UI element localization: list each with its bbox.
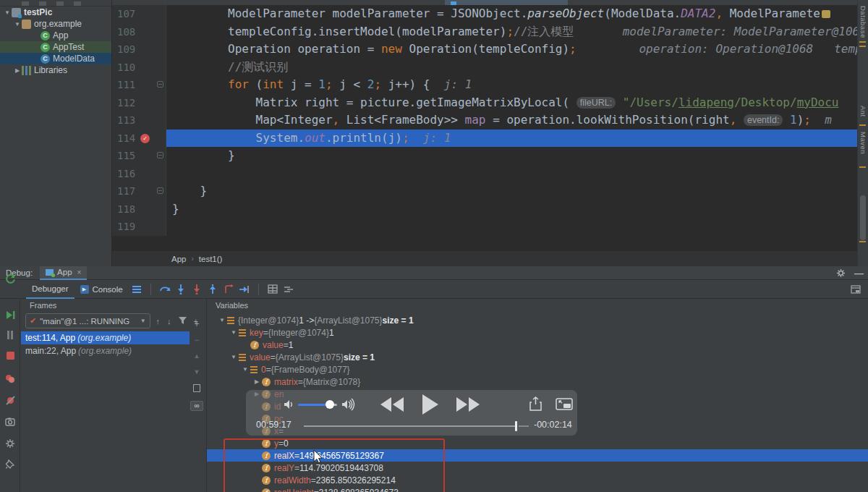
step-out-icon[interactable] [205,282,221,297]
remove-watch-icon[interactable]: − [194,336,199,344]
tree-item-org-example[interactable]: ▼org.example [0,18,111,30]
code-line-108[interactable]: 108 templeConfig.insertModel(modelParame… [112,23,857,41]
thread-dump-icon[interactable] [2,415,18,429]
move-down-icon[interactable]: ▼ [194,368,200,376]
gear-icon[interactable] [836,268,846,278]
error-stripe-mark[interactable] [859,166,866,168]
code-area[interactable]: 107 ModelParameter modelParameter = JSON… [112,5,857,251]
folded-code-icon[interactable] [822,10,830,18]
toolwindow-button-maven[interactable]: Maven [859,132,867,154]
view-as-table-icon[interactable] [265,282,281,297]
volume-low-icon[interactable] [284,399,295,410]
tree-item-testpic[interactable]: ▼testPic [0,7,111,18]
line-number[interactable]: 111 [112,76,166,94]
code-text[interactable]: } [166,200,857,219]
variable-row[interactable]: ▼0 = {FrameBody@1077} [207,363,868,376]
tree-arrow-icon[interactable]: ▼ [229,329,239,336]
breakpoint-icon[interactable]: ✓ [140,134,150,143]
line-number[interactable]: 117 [112,182,166,200]
close-icon[interactable]: × [77,268,82,276]
code-text[interactable]: } [166,182,857,200]
editor-tab-selected[interactable] [445,0,568,5]
line-number[interactable]: 116 [112,165,166,183]
restore-layout-icon[interactable] [129,282,145,297]
code-line-119[interactable]: 119 [112,218,857,236]
line-number[interactable]: 119 [112,218,166,236]
share-icon[interactable] [529,396,542,411]
variable-row[interactable]: ▼key = {Integer@1074} 1 [207,326,868,339]
show-watches-icon[interactable]: ∞ [190,401,203,411]
line-number[interactable]: 113 [112,111,166,130]
toolwindow-button-ant[interactable]: Ant [859,106,867,117]
pin-icon[interactable] [2,457,18,471]
variable-row[interactable]: fvalue = 1 [207,339,868,351]
debug-tab-app[interactable]: App × [40,266,87,280]
editor-tab-bar[interactable] [112,0,868,5]
code-text[interactable]: //测试识别 [166,59,857,77]
code-line-116[interactable]: 116 [112,165,857,183]
code-text[interactable]: System.out.println(j); j: 1 [166,130,857,148]
rerun-icon[interactable] [2,271,18,286]
code-text[interactable]: Matrix right = picture.getImageMatrixByL… [166,94,857,112]
variable-row[interactable]: ▼{Integer@1074} 1 -> {ArrayList@1075} si… [207,314,868,326]
volume-high-icon[interactable] [341,397,357,412]
tree-arrow-icon[interactable]: ▼ [240,366,250,373]
player-scrubber[interactable] [515,421,517,431]
frame-down-icon[interactable]: ↓ [167,317,171,326]
mute-breakpoints-icon[interactable] [2,393,18,407]
view-breakpoints-icon[interactable] [2,371,18,386]
code-text[interactable] [166,218,857,236]
thread-selector[interactable]: ✔ "main"@1 ...: RUNNING ▼ [25,313,150,328]
settings-gear-icon[interactable] [2,436,18,451]
code-line-117[interactable]: 117 } [112,182,857,200]
variable-row[interactable]: frealX = 149.64565765129367 [207,449,868,462]
picture-in-picture-icon[interactable] [556,398,573,410]
tree-item-libraries[interactable]: ▶Libraries [0,64,111,76]
volume-knob[interactable] [326,400,334,409]
error-stripe-mark[interactable] [859,46,866,47]
error-stripe-mark[interactable] [859,41,866,43]
breadcrumb-item[interactable]: App [171,255,186,263]
code-text[interactable]: Operation operation = new Operation(temp… [166,41,857,59]
code-text[interactable]: for (int j = 1; j < 2; j++) { j: 1 [166,76,857,94]
code-text[interactable]: templeConfig.insertModel(modelParameter)… [166,23,857,41]
fold-marker-icon[interactable] [157,152,163,158]
code-line-112[interactable]: 112 Matrix right = picture.getImageMatri… [112,94,857,112]
move-up-icon[interactable]: ▲ [194,352,200,360]
tree-arrow-icon[interactable]: ▼ [229,354,239,360]
code-line-113[interactable]: 113 Map<Integer, List<FrameBody>> map = … [112,111,857,130]
code-line-114[interactable]: 114✓ System.out.println(j); j: 1 [112,130,857,148]
pause-icon[interactable] [2,328,18,342]
add-watch-icon[interactable]: + [194,321,199,328]
tree-arrow-icon[interactable]: ▼ [3,9,12,16]
code-text[interactable] [166,165,857,183]
fold-marker-icon[interactable] [157,81,163,88]
code-line-111[interactable]: 111 for (int j = 1; j < 2; j++) { j: 1 [112,76,857,94]
code-line-109[interactable]: 109 Operation operation = new Operation(… [112,41,857,59]
tree-arrow-icon[interactable]: ▼ [13,21,22,27]
drop-frame-icon[interactable] [221,282,237,297]
line-number[interactable]: 109 [112,41,166,59]
editor-scrollbar-thumb[interactable] [860,195,866,240]
code-line-107[interactable]: 107 ModelParameter modelParameter = JSON… [112,5,857,23]
line-number[interactable]: 107 [112,5,166,23]
code-line-110[interactable]: 110 //测试识别 [112,59,857,77]
code-line-115[interactable]: 115 } [112,147,857,165]
run-to-cursor-icon[interactable] [237,282,252,297]
line-number[interactable]: 112 [112,94,166,112]
tab-debugger[interactable]: Debugger [26,280,75,299]
line-number[interactable]: 115 [112,147,166,165]
tree-item-apptest[interactable]: CAppTest [0,41,111,53]
frame-row[interactable]: test:114, App (org.example) [21,331,190,344]
code-text[interactable]: ModelParameter modelParameter = JSONObje… [166,5,857,23]
tab-console[interactable]: ▶Console [75,280,129,299]
fast-forward-icon[interactable] [456,396,480,413]
compare-icon[interactable] [281,282,297,297]
hide-icon[interactable]: — [854,268,864,279]
error-stripe-mark[interactable] [859,124,866,126]
code-text[interactable]: Map<Integer, List<FrameBody>> map = oper… [166,111,857,130]
step-into-icon[interactable] [173,282,189,297]
tree-arrow-icon[interactable]: ▶ [13,67,22,74]
line-number[interactable]: 114✓ [112,130,166,148]
tree-item-app[interactable]: CApp [0,30,111,41]
